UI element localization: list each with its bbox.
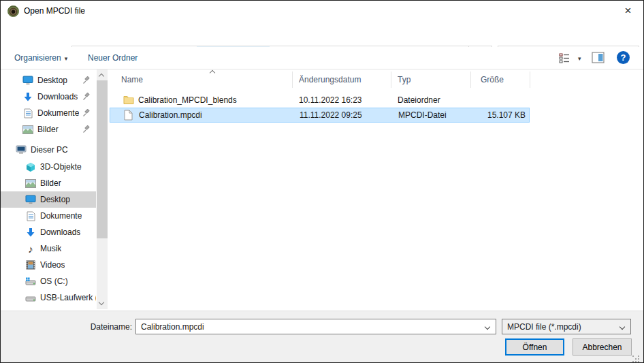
document-icon bbox=[25, 210, 36, 221]
filename-input[interactable]: Calibration.mpcdi bbox=[135, 319, 496, 334]
scrollbar-thumb[interactable] bbox=[97, 80, 108, 238]
new-folder-button[interactable]: Neuer Ordner bbox=[88, 53, 138, 63]
document-icon bbox=[22, 108, 33, 119]
pin-icon bbox=[82, 76, 91, 84]
scroll-down-icon[interactable] bbox=[99, 300, 104, 305]
open-button[interactable]: Öffnen bbox=[505, 338, 564, 356]
dialog-footer: Dateiname: Calibration.mpcdi MPCDI file … bbox=[1, 311, 643, 363]
pictures-icon bbox=[25, 178, 36, 189]
column-header-type[interactable]: Typ bbox=[398, 75, 410, 84]
os-drive-icon bbox=[25, 276, 36, 287]
sidebar-item-pictures[interactable]: Bilder bbox=[1, 175, 96, 191]
column-header-modified[interactable]: Änderungsdatum bbox=[299, 75, 361, 84]
filename-dropdown-chevron-icon[interactable] bbox=[485, 324, 490, 330]
computer-icon bbox=[16, 144, 27, 155]
window-title: Open MPCDI file bbox=[24, 6, 85, 16]
pin-icon bbox=[82, 93, 91, 101]
preview-pane-button[interactable] bbox=[592, 52, 605, 64]
sidebar-scrollbar[interactable] bbox=[97, 69, 108, 309]
change-view-button[interactable]: ▾ bbox=[559, 52, 585, 65]
sidebar-item-downloads-quick[interactable]: Downloads bbox=[1, 89, 96, 105]
3d-objects-icon bbox=[25, 161, 36, 172]
file-icon bbox=[124, 110, 135, 121]
preview-pane-icon bbox=[592, 52, 605, 63]
sidebar-item-videos[interactable]: Videos bbox=[1, 257, 96, 273]
sidebar-item-desktop[interactable]: Desktop bbox=[1, 191, 96, 208]
sidebar-item-music[interactable]: ♪ Musik bbox=[1, 240, 96, 257]
details-view-icon bbox=[559, 52, 570, 63]
desktop-icon bbox=[22, 75, 33, 86]
help-button[interactable]: ? bbox=[617, 51, 630, 64]
desktop-icon bbox=[25, 194, 36, 205]
filetype-value: MPCDI file (*.mpcdi) bbox=[507, 322, 581, 332]
music-icon: ♪ bbox=[25, 243, 36, 254]
pin-icon bbox=[82, 125, 91, 133]
filetype-dropdown-chevron-icon bbox=[619, 324, 625, 330]
command-toolbar: Organisieren▾ Neuer Ordner ▾ ? bbox=[1, 47, 643, 69]
open-file-dialog: Open MPCDI file × ← → ↑ › Dieser PC › De… bbox=[0, 0, 644, 363]
sidebar-item-documents-quick[interactable]: Dokumente bbox=[1, 105, 96, 121]
download-icon bbox=[25, 227, 36, 238]
pictures-icon bbox=[22, 124, 33, 135]
column-headers: Name Änderungsdatum Typ Größe bbox=[110, 69, 530, 90]
usb-drive-icon bbox=[25, 292, 36, 303]
resize-grip[interactable] bbox=[632, 356, 634, 357]
sidebar-item-os-drive[interactable]: OS (C:) bbox=[1, 273, 96, 289]
sidebar-item-documents[interactable]: Dokumente bbox=[1, 208, 96, 224]
view-caret-icon: ▾ bbox=[578, 55, 581, 62]
organize-caret-icon: ▾ bbox=[65, 55, 68, 62]
filetype-select[interactable]: MPCDI file (*.mpcdi) bbox=[502, 319, 631, 334]
video-icon bbox=[25, 259, 36, 270]
file-row-folder[interactable]: Calibration_MPCDI_blends 10.11.2022 16:2… bbox=[110, 93, 530, 108]
pin-icon bbox=[82, 109, 91, 117]
scroll-up-icon[interactable] bbox=[99, 74, 104, 79]
sidebar-item-downloads[interactable]: Downloads bbox=[1, 224, 96, 240]
title-bar: Open MPCDI file × bbox=[1, 1, 643, 21]
organize-button[interactable]: Organisieren▾ bbox=[14, 53, 67, 63]
file-list: Name Änderungsdatum Typ Größe Calibratio… bbox=[110, 69, 644, 311]
download-icon bbox=[22, 91, 33, 102]
cancel-button[interactable]: Abbrechen bbox=[573, 338, 632, 356]
app-eye-icon bbox=[7, 5, 19, 17]
sidebar-item-pictures-quick[interactable]: Bilder bbox=[1, 121, 96, 138]
navigation-pane: Desktop Downloads Dokumente Bilder Diese… bbox=[1, 69, 110, 311]
sidebar-item-desktop-quick[interactable]: Desktop bbox=[1, 72, 96, 89]
sidebar-item-3d-objects[interactable]: 3D-Objekte bbox=[1, 159, 96, 175]
column-header-size[interactable]: Größe bbox=[481, 75, 504, 84]
help-question-icon: ? bbox=[621, 52, 626, 63]
sidebar-item-usb-drive[interactable]: USB-Laufwerk (D bbox=[1, 289, 96, 306]
folder-icon bbox=[123, 95, 134, 106]
close-icon[interactable]: × bbox=[613, 1, 643, 21]
filename-value: Calibration.mpcdi bbox=[141, 322, 204, 332]
filename-label: Dateiname: bbox=[55, 322, 132, 332]
column-header-name[interactable]: Name bbox=[121, 75, 143, 84]
sort-ascending-icon bbox=[210, 70, 215, 76]
navigation-bar: ← → ↑ › Dieser PC › Desktop › Watchout_E… bbox=[1, 21, 643, 47]
sidebar-item-this-pc[interactable]: Dieser PC bbox=[1, 142, 96, 158]
file-row-selected[interactable]: Calibration.mpcdi 11.11.2022 09:25 MPCDI… bbox=[110, 108, 530, 123]
